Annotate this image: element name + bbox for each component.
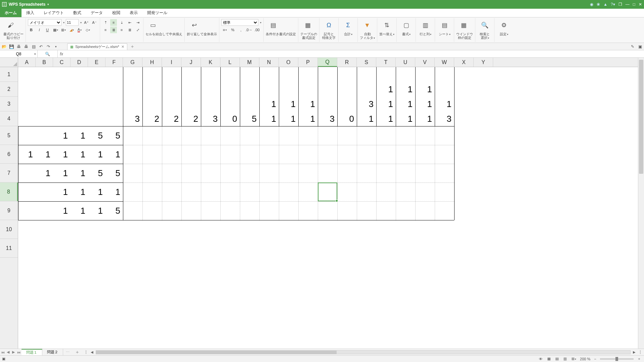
cell-P4[interactable]: 1 [298, 111, 318, 126]
font-size-input[interactable] [66, 19, 79, 26]
hscroll-end-icon[interactable]: ┆ [638, 350, 643, 354]
col-header-P[interactable]: P [298, 58, 318, 67]
cell-T2[interactable]: 1 [376, 82, 396, 97]
increase-indent-icon[interactable]: ⇥ [134, 19, 141, 26]
cell-B7[interactable]: 1 [36, 164, 53, 183]
font-name-select[interactable]: メイリオ [28, 19, 61, 26]
col-header-G[interactable]: G [123, 58, 142, 67]
redo-icon[interactable]: ↷ [46, 44, 51, 49]
currency-icon[interactable]: ¤▾ [221, 27, 228, 33]
menu-tab-home[interactable]: ホーム [0, 9, 22, 17]
collapse-ribbon-icon[interactable]: ▣ [637, 44, 643, 49]
cell-U3[interactable]: 1 [396, 97, 415, 111]
cell-D9[interactable]: 1 [71, 201, 88, 220]
fx-label-icon[interactable]: fx [58, 50, 65, 57]
col-header-K[interactable]: K [201, 58, 220, 67]
col-header-V[interactable]: V [415, 58, 435, 67]
cell-Q4[interactable]: 3 [318, 111, 337, 126]
percent-icon[interactable]: % [229, 27, 236, 33]
dropdown-icon[interactable]: ▾ [80, 21, 82, 24]
cell-L4[interactable]: 0 [220, 111, 240, 126]
autofilter-button[interactable]: ▼ [360, 19, 375, 32]
conditional-format-button[interactable]: ▤ [266, 19, 281, 32]
cell-C9[interactable]: 1 [53, 201, 71, 220]
cell-G4[interactable]: 3 [123, 111, 142, 126]
number-format-select[interactable]: 標準 [221, 19, 258, 26]
cell-A6[interactable]: 1 [18, 145, 36, 164]
view-page-icon[interactable]: ▤ [554, 357, 560, 361]
menu-tab-layout[interactable]: レイアウト [39, 9, 69, 17]
sort-button[interactable]: ⇅ [379, 19, 394, 32]
file-tab-add-icon[interactable]: ＋ [130, 44, 135, 50]
increase-decimal-icon[interactable]: .0→ [246, 27, 252, 33]
autosum-button[interactable]: Σ [341, 19, 355, 32]
zoom-in-icon[interactable]: ＋ [636, 356, 642, 361]
vertical-scrollbar[interactable] [638, 58, 644, 349]
page-setup-icon[interactable]: ▤ [31, 44, 36, 49]
menu-tab-view[interactable]: 表示 [125, 9, 142, 17]
cell-F9[interactable]: 5 [105, 201, 123, 220]
col-header-Q[interactable]: Q [318, 58, 337, 67]
cell-I4[interactable]: 2 [162, 111, 181, 126]
cell-V3[interactable]: 1 [415, 97, 435, 111]
wps-gift-icon[interactable]: ❀ [597, 2, 600, 7]
view-eye-icon[interactable]: 👁 [538, 357, 544, 361]
cell-U2[interactable]: 1 [396, 82, 415, 97]
row-header-11[interactable]: 11 [0, 239, 18, 258]
cell-C5[interactable]: 1 [53, 126, 71, 145]
app-menu-dropdown-icon[interactable]: ▾ [47, 3, 49, 6]
cell-E8[interactable]: 1 [88, 183, 105, 201]
border-icon[interactable]: ▦▾ [52, 27, 59, 33]
col-header-O[interactable]: O [279, 58, 298, 67]
col-header-C[interactable]: C [53, 58, 71, 67]
file-tab-close-icon[interactable]: ✕ [121, 45, 124, 49]
align-right-icon[interactable]: ≡ [118, 27, 125, 33]
name-box-dropdown-icon[interactable]: ▾ [34, 52, 36, 56]
col-header-M[interactable]: M [240, 58, 259, 67]
freeze-button[interactable]: ▦ [456, 19, 471, 32]
window-minimize-icon[interactable]: — [626, 2, 630, 7]
cell-C6[interactable]: 1 [53, 145, 71, 164]
cell-D5[interactable]: 1 [71, 126, 88, 145]
table-format-button[interactable]: ▦ [300, 19, 315, 32]
sign-icon[interactable]: ✎ [630, 44, 635, 49]
align-middle-icon[interactable]: ≡ [110, 19, 117, 26]
view-break-icon[interactable]: ▥ [562, 357, 568, 361]
col-header-D[interactable]: D [71, 58, 88, 67]
cell-N3[interactable]: 1 [259, 97, 279, 111]
row-header-2[interactable]: 2 [0, 82, 18, 97]
wps-help-icon[interactable]: ?▾ [611, 2, 615, 7]
cell-W4[interactable]: 3 [435, 111, 454, 126]
menu-tab-insert[interactable]: 挿入 [22, 9, 39, 17]
comma-icon[interactable]: , [238, 27, 244, 33]
print-preview-icon[interactable]: 🖶 [24, 44, 29, 49]
open-icon[interactable]: 📂 [1, 44, 7, 49]
row-header-1[interactable]: 1 [0, 67, 18, 82]
clear-format-icon[interactable]: ◇▾ [84, 27, 91, 33]
sheet-nav-next-icon[interactable]: ▶ [11, 350, 16, 354]
hscroll-left-icon[interactable]: ◀ [90, 350, 94, 354]
zoom-level[interactable]: 200 % [580, 357, 590, 361]
cell-U4[interactable]: 1 [396, 111, 415, 126]
wps-cloud-icon[interactable]: ◉ [590, 2, 593, 7]
cell-P3[interactable]: 1 [298, 97, 318, 111]
cell-F6[interactable]: 1 [105, 145, 123, 164]
cell-W3[interactable]: 1 [435, 97, 454, 111]
cell-H4[interactable]: 2 [142, 111, 162, 126]
cell-M4[interactable]: 5 [240, 111, 259, 126]
merge-center-button[interactable]: ▭ [145, 19, 160, 32]
cell-O4[interactable]: 1 [279, 111, 298, 126]
row-header-9[interactable]: 9 [0, 201, 18, 220]
cell-O3[interactable]: 1 [279, 97, 298, 111]
spreadsheet-grid[interactable]: ABCDEFGHIJKLMNOPQRSTUVWXY 1234567891011 … [0, 58, 644, 349]
name-box-input[interactable] [4, 52, 34, 56]
qa-dropdown-icon[interactable]: ▾ [53, 45, 58, 48]
row-header-5[interactable]: 5 [0, 126, 18, 145]
sheet-button[interactable]: ▤ [437, 19, 452, 32]
name-box[interactable]: ▾ [0, 50, 38, 57]
row-header-6[interactable]: 6 [0, 145, 18, 164]
dropdown-icon[interactable]: ▾ [63, 21, 65, 24]
cell-J4[interactable]: 2 [181, 111, 201, 126]
align-left-icon[interactable]: ≡ [102, 27, 109, 33]
col-header-F[interactable]: F [105, 58, 123, 67]
